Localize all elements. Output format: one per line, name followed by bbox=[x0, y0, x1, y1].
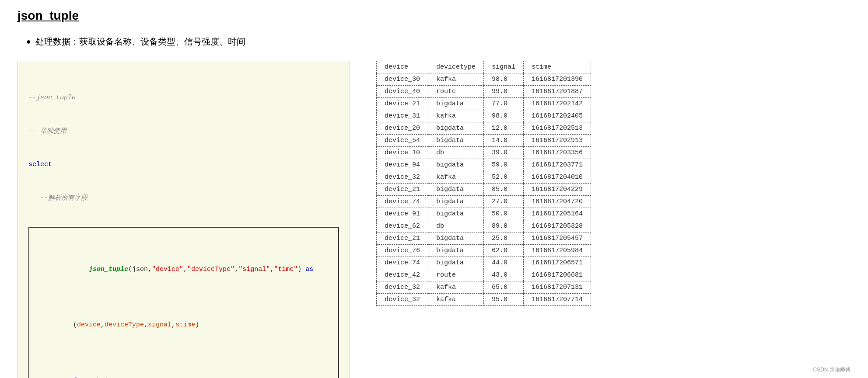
table-row: device_91bigdata50.01616817205164 bbox=[377, 208, 591, 220]
table-row: device_42route43.01616817206681 bbox=[377, 269, 591, 281]
table-cell: device_31 bbox=[377, 110, 428, 122]
table-cell: device_76 bbox=[377, 245, 428, 257]
table-row: device_62db89.01616817205328 bbox=[377, 220, 591, 232]
col-header-devicetype: devicetype bbox=[428, 61, 484, 73]
table-cell: 52.0 bbox=[484, 171, 524, 184]
code-comment-3: --解析所有字段 bbox=[28, 193, 339, 204]
table-cell: 44.0 bbox=[484, 257, 524, 269]
table-row: device_32kafka65.01616817207131 bbox=[377, 281, 591, 294]
table-cell: bigdata bbox=[428, 232, 484, 245]
table-cell: device_54 bbox=[377, 135, 428, 147]
table-cell: 1616817205984 bbox=[524, 245, 591, 257]
table-row: device_32kafka52.01616817204010 bbox=[377, 171, 591, 184]
col-header-stime: stime bbox=[524, 61, 591, 73]
table-row: device_76bigdata62.01616817205984 bbox=[377, 245, 591, 257]
arg-devicetype: "deviceType" bbox=[187, 266, 234, 273]
code-function-line: json_tuple(json,"device","deviceType","s… bbox=[34, 253, 334, 286]
table-cell: 1616817204010 bbox=[524, 171, 591, 184]
table-cell: 1616817201390 bbox=[524, 73, 591, 86]
table-cell: 77.0 bbox=[484, 98, 524, 110]
table-cell: kafka bbox=[428, 294, 484, 306]
table-cell: bigdata bbox=[428, 196, 484, 208]
table-cell: bigdata bbox=[428, 257, 484, 269]
table-cell: device_40 bbox=[377, 86, 428, 98]
table-cell: 1616817205328 bbox=[524, 220, 591, 232]
table-cell: device_20 bbox=[377, 122, 428, 135]
table-cell: bigdata bbox=[428, 122, 484, 135]
table-cell: 25.0 bbox=[484, 232, 524, 245]
table-cell: device_91 bbox=[377, 208, 428, 220]
function-name: json_tuple bbox=[73, 266, 128, 273]
table-cell: kafka bbox=[428, 110, 484, 122]
table-cell: kafka bbox=[428, 281, 484, 294]
table-row: device_74bigdata44.01616817206571 bbox=[377, 257, 591, 269]
table-cell: 59.0 bbox=[484, 159, 524, 171]
data-table: device devicetype signal stime device_30… bbox=[376, 61, 591, 306]
table-row: device_21bigdata25.01616817205457 bbox=[377, 232, 591, 245]
table-cell: 89.0 bbox=[484, 220, 524, 232]
bullet-text: 处理数据：获取设备名称、设备类型、信号强度、时间 bbox=[26, 36, 850, 48]
table-cell: 1616817204229 bbox=[524, 184, 591, 196]
col-header-signal: signal bbox=[484, 61, 524, 73]
table-cell: 1616817201887 bbox=[524, 86, 591, 98]
code-select-1: select bbox=[28, 159, 339, 170]
table-cell: 27.0 bbox=[484, 196, 524, 208]
code-section: --json_tuple -- 单独使用 select --解析所有字段 jso… bbox=[18, 61, 350, 378]
table-cell: device_21 bbox=[377, 98, 428, 110]
table-cell: 14.0 bbox=[484, 135, 524, 147]
table-cell: device_30 bbox=[377, 73, 428, 86]
table-cell: 1616817203356 bbox=[524, 147, 591, 159]
table-cell: 1616817205164 bbox=[524, 208, 591, 220]
table-cell: 50.0 bbox=[484, 208, 524, 220]
table-cell: db bbox=[428, 220, 484, 232]
table-cell: device_42 bbox=[377, 269, 428, 281]
code-comment-2: -- 单独使用 bbox=[28, 126, 339, 137]
table-cell: device_21 bbox=[377, 184, 428, 196]
table-row: device_21bigdata77.01616817202142 bbox=[377, 98, 591, 110]
table-cell: bigdata bbox=[428, 208, 484, 220]
table-cell: 65.0 bbox=[484, 281, 524, 294]
table-cell: 62.0 bbox=[484, 245, 524, 257]
table-cell: 39.0 bbox=[484, 147, 524, 159]
code-alias-line: (device,deviceType,signal,stime) bbox=[34, 309, 334, 342]
table-cell: 1616817202405 bbox=[524, 110, 591, 122]
table-cell: 1616817206571 bbox=[524, 257, 591, 269]
table-cell: device_21 bbox=[377, 232, 428, 245]
arg-time: "time" bbox=[274, 266, 298, 273]
table-row: device_54bigdata14.01616817202913 bbox=[377, 135, 591, 147]
table-cell: device_32 bbox=[377, 281, 428, 294]
table-body: device_30kafka98.01616817201390device_40… bbox=[377, 73, 591, 306]
table-row: device_30kafka98.01616817201390 bbox=[377, 73, 591, 86]
table-cell: kafka bbox=[428, 171, 484, 184]
table-cell: 1616817207714 bbox=[524, 294, 591, 306]
table-cell: db bbox=[428, 147, 484, 159]
table-row: device_74bigdata27.01616817204720 bbox=[377, 196, 591, 208]
table-cell: 98.0 bbox=[484, 73, 524, 86]
table-cell: device_62 bbox=[377, 220, 428, 232]
table-cell: bigdata bbox=[428, 245, 484, 257]
table-cell: kafka bbox=[428, 73, 484, 86]
table-cell: 1616817205457 bbox=[524, 232, 591, 245]
table-cell: device_94 bbox=[377, 159, 428, 171]
table-cell: 1616817202913 bbox=[524, 135, 591, 147]
table-cell: device_10 bbox=[377, 147, 428, 159]
table-cell: device_74 bbox=[377, 196, 428, 208]
table-header-row: device devicetype signal stime bbox=[377, 61, 591, 73]
table-cell: 12.0 bbox=[484, 122, 524, 135]
alias-device: device bbox=[77, 321, 101, 329]
table-cell: device_32 bbox=[377, 171, 428, 184]
paren-open: (json, bbox=[128, 266, 152, 273]
footer-text: CSDN @喻师傅 bbox=[813, 366, 850, 374]
table-cell: 98.0 bbox=[484, 110, 524, 122]
table-cell: 85.0 bbox=[484, 184, 524, 196]
main-content: --json_tuple -- 单独使用 select --解析所有字段 jso… bbox=[18, 61, 850, 378]
arg-signal: "signal" bbox=[238, 266, 270, 273]
table-row: device_31kafka98.01616817202405 bbox=[377, 110, 591, 122]
table-row: device_94bigdata59.01616817203771 bbox=[377, 159, 591, 171]
table-cell: route bbox=[428, 86, 484, 98]
table-cell: bigdata bbox=[428, 159, 484, 171]
table-cell: route bbox=[428, 269, 484, 281]
table-cell: 1616817204720 bbox=[524, 196, 591, 208]
arg-device: "device" bbox=[152, 266, 183, 273]
table-section: device devicetype signal stime device_30… bbox=[376, 61, 850, 306]
